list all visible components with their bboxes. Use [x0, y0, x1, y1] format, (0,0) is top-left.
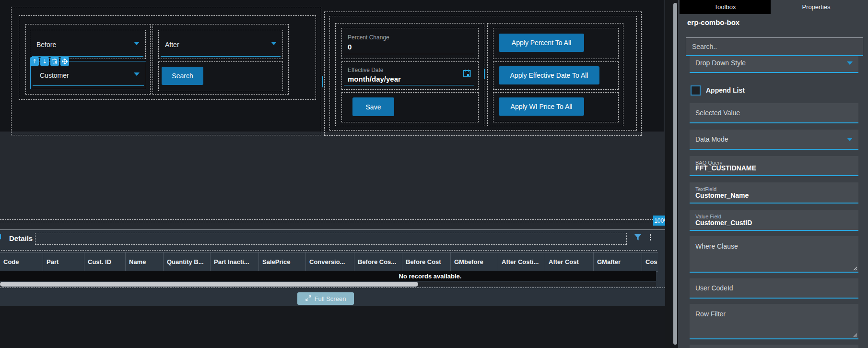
fullscreen-row: Full Screen — [0, 289, 667, 306]
grid-horizontal-scrollbar[interactable] — [0, 282, 656, 287]
tab-properties[interactable]: Properties — [771, 0, 862, 14]
scrollbar-thumb[interactable] — [0, 282, 418, 287]
property-field-value-field[interactable]: Value FieldCustomer_CustID — [690, 210, 858, 231]
column-header-gmbefore[interactable]: GMbefore — [451, 252, 498, 271]
chevron-down-icon[interactable] — [847, 138, 853, 141]
bottom-background — [0, 306, 669, 348]
splitter-handle[interactable] — [484, 69, 485, 79]
panel-dashed-border-top — [0, 222, 666, 222]
grid-header-row: CodePartCust. IDNameQuantity B...Part In… — [0, 252, 658, 272]
apply-button-1[interactable]: Apply Effective Date To All — [499, 66, 599, 84]
chevron-down-icon[interactable] — [134, 72, 140, 76]
effective-date-label: Effective Date — [348, 67, 383, 73]
column-header-part[interactable]: Part — [43, 252, 84, 271]
apply-button-0[interactable]: Apply Percent To All — [499, 34, 584, 52]
column-header-quantity-b[interactable]: Quantity B... — [164, 252, 211, 271]
percent-change-cell: Percent Change 0 — [341, 28, 479, 59]
tab-toolbox[interactable]: Toolbox — [680, 0, 771, 14]
chevron-down-icon[interactable] — [847, 61, 853, 65]
collapse-chevron-icon[interactable] — [0, 234, 1, 240]
field-label: Data Mode — [695, 135, 728, 143]
column-header-part-inacti[interactable]: Part Inacti... — [211, 252, 259, 271]
field-value[interactable]: Customer_Name — [695, 192, 749, 199]
trash-icon[interactable] — [50, 57, 59, 66]
resize-handle-icon[interactable] — [853, 333, 857, 337]
chevron-down-icon[interactable] — [134, 42, 140, 45]
chevron-down-icon[interactable] — [271, 42, 277, 45]
expand-icon — [305, 295, 311, 302]
property-field-selected-value[interactable]: Selected Value — [690, 103, 858, 123]
property-search-input[interactable] — [686, 37, 863, 56]
field-label: Selected Value — [695, 109, 740, 117]
grid-dashed-border-top — [1, 250, 657, 251]
column-header-conversio[interactable]: Conversio... — [306, 252, 354, 271]
field-value[interactable]: Customer_CustID — [695, 219, 752, 227]
column-header-after-costi[interactable]: After Costi... — [498, 252, 545, 271]
field-label: Row Filter — [695, 310, 726, 318]
column-header-cust-id[interactable]: Cust. ID — [84, 252, 126, 271]
property-field-where-clause[interactable]: Where Clause — [690, 236, 858, 273]
arrow-up-icon[interactable]: ↑ — [30, 57, 39, 66]
field-value[interactable]: FFT_CUSTIDNAME — [695, 164, 756, 172]
no-records-message: No records available. — [399, 273, 462, 280]
calendar-icon[interactable] — [463, 69, 471, 80]
column-header-name[interactable]: Name — [126, 252, 164, 271]
resize-handle-icon[interactable] — [853, 266, 857, 271]
column-header-gmafter[interactable]: GMafter — [594, 252, 642, 271]
save-button[interactable]: Save — [352, 97, 394, 116]
full-screen-label: Full Screen — [315, 295, 346, 302]
before-combo-cell: Before — [30, 30, 146, 59]
column-header-code[interactable]: Code — [0, 252, 43, 271]
field-label: Where Clause — [695, 242, 738, 250]
details-panel-title: Details — [9, 230, 33, 246]
arrow-down-icon[interactable]: ↓ — [40, 57, 49, 66]
properties-sidebar: Toolbox Properties erp-combo-box Drop Do… — [678, 0, 868, 348]
after-combo-label: After — [165, 30, 179, 59]
field-label: Drop Down Style — [695, 59, 746, 67]
kebab-menu-icon[interactable] — [650, 233, 651, 241]
grid-empty-row: No records available. — [0, 271, 656, 281]
search-button[interactable]: Search — [162, 67, 203, 85]
effective-date-value[interactable]: month/day/year — [348, 75, 401, 83]
before-combo-underline — [32, 56, 143, 57]
details-panel: Details CodePartCust. IDNameQuantity B..… — [0, 229, 667, 306]
percent-change-label: Percent Change — [348, 34, 389, 41]
property-field-user-codeid[interactable]: User CodeId — [690, 278, 858, 299]
splitter-handle[interactable] — [322, 76, 323, 87]
customer-combo-underline — [33, 85, 144, 86]
checkbox-field-append-list: Append List — [691, 85, 745, 95]
column-header-cos[interactable]: Cos — [642, 252, 658, 271]
page-root-dashed-border — [0, 219, 666, 220]
main-vertical-scrollbar[interactable] — [673, 3, 677, 345]
selection-toolbar: ↑↓ — [30, 57, 97, 66]
property-field-data-mode[interactable]: Data Mode — [690, 130, 858, 150]
move-icon[interactable] — [60, 57, 69, 66]
effective-date-underline — [344, 85, 474, 85]
field-label: User CodeId — [695, 284, 733, 292]
filter-icon[interactable] — [634, 234, 642, 243]
grid-dashed-border-bottom — [0, 288, 666, 288]
checkbox-append-list[interactable] — [691, 85, 701, 96]
column-header-before-cos[interactable]: Before Cos... — [354, 252, 402, 271]
details-header-dashed-area — [35, 233, 627, 245]
property-field-textfield[interactable]: TextFieldCustomer_Name — [690, 182, 858, 204]
column-header-after-cost[interactable]: After Cost — [545, 252, 594, 271]
full-screen-button[interactable]: Full Screen — [297, 292, 354, 305]
effective-date-cell: Effective Date month/day/year — [341, 61, 479, 90]
percent-change-value[interactable]: 0 — [348, 43, 352, 51]
component-title: erp-combo-box — [687, 18, 739, 26]
apply-button-2[interactable]: Apply WI Price To All — [499, 97, 584, 116]
percent-change-underline — [344, 54, 474, 54]
property-field-baq-query[interactable]: BAQ QueryFFT_CUSTIDNAME — [690, 156, 858, 176]
checkbox-label: Append List — [706, 86, 745, 94]
property-field-partial — [690, 345, 858, 348]
app-root: { "colors": { "accent_blue": "#2aa7e0", … — [0, 0, 868, 348]
property-field-row-filter[interactable]: Row Filter — [690, 304, 858, 339]
before-combo-label: Before — [36, 30, 56, 59]
after-combo-underline — [161, 56, 281, 57]
column-header-saleprice[interactable]: SalePrice — [259, 252, 306, 271]
after-combo-cell: After — [158, 30, 283, 59]
column-header-before-cost[interactable]: Before Cost — [402, 252, 451, 271]
